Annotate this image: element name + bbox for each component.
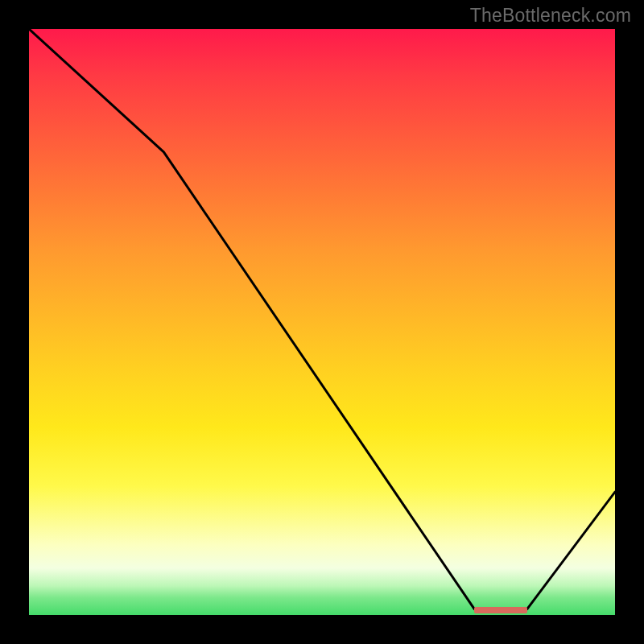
chart-container: TheBottleneck.com [0, 0, 644, 644]
chart-svg [29, 29, 615, 615]
data-line [29, 29, 615, 609]
attribution-text: TheBottleneck.com [470, 5, 631, 27]
marker-band [474, 607, 527, 613]
plot-area [29, 29, 615, 615]
